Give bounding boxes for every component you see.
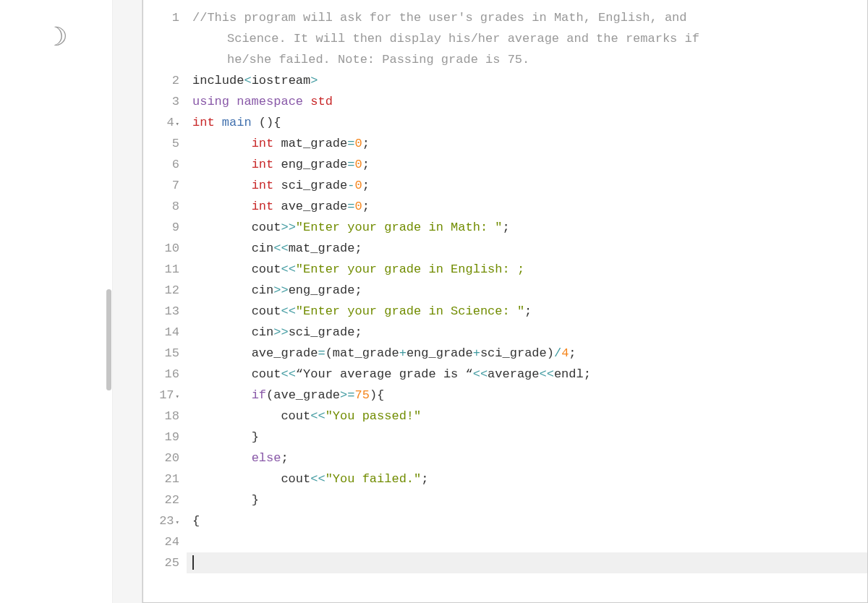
line-number: 9 xyxy=(143,217,179,238)
line-number: 3 xyxy=(143,91,179,112)
line-number: 19 xyxy=(143,427,179,448)
code-line[interactable]: include<iostream> xyxy=(187,70,867,91)
text-cursor xyxy=(192,555,194,570)
code-line[interactable]: cout<<"Enter your grade in Science: "; xyxy=(187,301,867,322)
code-line[interactable]: { xyxy=(187,510,867,531)
line-number: 1 xyxy=(143,7,179,28)
line-number: 11 xyxy=(143,259,179,280)
line-number: 7 xyxy=(143,175,179,196)
line-number: 15 xyxy=(143,343,179,364)
line-number: 24 xyxy=(143,531,179,552)
code-line[interactable]: cout<<"You passed!" xyxy=(187,406,867,427)
line-number: 20 xyxy=(143,448,179,469)
line-number: 12 xyxy=(143,280,179,301)
code-line[interactable]: if(ave_grade>=75){ xyxy=(187,385,867,406)
moon-icon[interactable]: ☾ xyxy=(45,22,68,52)
fold-arrow-icon[interactable]: ▾ xyxy=(176,121,179,128)
code-line[interactable]: he/she failed. Note: Passing grade is 75… xyxy=(187,49,867,70)
line-number: 23▾ xyxy=(143,510,179,531)
code-line[interactable]: } xyxy=(187,427,867,448)
line-number xyxy=(143,49,179,70)
code-line[interactable]: ave_grade=(mat_grade+eng_grade+sci_grade… xyxy=(187,343,867,364)
code-line[interactable]: cout<<"You failed."; xyxy=(187,469,867,489)
code-line[interactable]: cin<<mat_grade; xyxy=(187,238,867,259)
line-number: 5 xyxy=(143,133,179,154)
line-number: 21 xyxy=(143,469,179,489)
code-editor[interactable]: 1234▾567891011121314151617▾181920212223▾… xyxy=(142,0,868,603)
scrollbar-thumb[interactable] xyxy=(106,289,111,390)
code-line[interactable]: cout<<“Your average grade is “<<average<… xyxy=(187,364,867,385)
code-line[interactable]: //This program will ask for the user's g… xyxy=(187,7,867,28)
panel-divider[interactable] xyxy=(112,0,142,603)
code-line[interactable]: int main (){ xyxy=(187,112,867,133)
line-number: 25 xyxy=(143,552,179,573)
line-number: 22 xyxy=(143,489,179,510)
fold-arrow-icon[interactable]: ▾ xyxy=(176,393,179,401)
code-line[interactable]: cin>>sci_grade; xyxy=(187,322,867,343)
code-line[interactable]: int sci_grade-0; xyxy=(187,175,867,196)
code-line[interactable]: Science. It will then display his/her av… xyxy=(187,28,867,49)
line-number: 10 xyxy=(143,238,179,259)
line-number: 17▾ xyxy=(143,385,179,406)
code-line[interactable]: cin>>eng_grade; xyxy=(187,280,867,301)
code-line[interactable]: int eng_grade=0; xyxy=(187,154,867,175)
line-number: 13 xyxy=(143,301,179,322)
line-number-gutter: 1234▾567891011121314151617▾181920212223▾… xyxy=(143,0,187,602)
line-number: 18 xyxy=(143,406,179,427)
code-line[interactable] xyxy=(187,552,867,573)
code-content[interactable]: //This program will ask for the user's g… xyxy=(187,0,867,602)
code-line[interactable]: cout>>"Enter your grade in Math: "; xyxy=(187,217,867,238)
line-number: 14 xyxy=(143,322,179,343)
line-number: 2 xyxy=(143,70,179,91)
left-sidebar: ☾ xyxy=(0,0,112,603)
line-number: 8 xyxy=(143,196,179,217)
code-line[interactable]: cout<<"Enter your grade in English: ; xyxy=(187,259,867,280)
line-number xyxy=(143,28,179,49)
code-line[interactable]: } xyxy=(187,489,867,510)
code-line[interactable] xyxy=(187,531,867,552)
code-line[interactable]: int ave_grade=0; xyxy=(187,196,867,217)
line-number: 6 xyxy=(143,154,179,175)
fold-arrow-icon[interactable]: ▾ xyxy=(176,519,179,526)
code-line[interactable]: int mat_grade=0; xyxy=(187,133,867,154)
line-number: 16 xyxy=(143,364,179,385)
code-line[interactable]: using namespace std xyxy=(187,91,867,112)
code-line[interactable]: else; xyxy=(187,448,867,469)
line-number: 4▾ xyxy=(143,112,179,133)
